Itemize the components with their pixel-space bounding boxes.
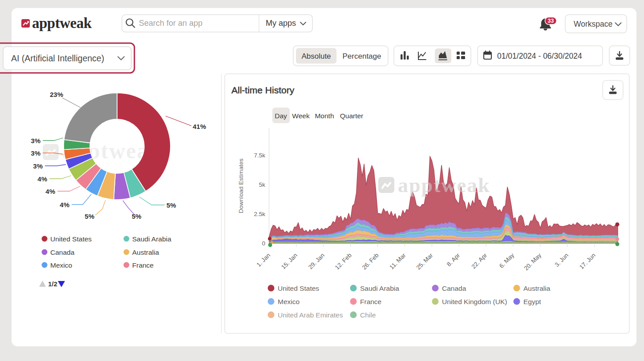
svg-text:7.5k: 7.5k [254,152,265,159]
svg-text:apptweak: apptweak [398,174,490,197]
svg-text:Percentage: Percentage [343,52,381,60]
svg-text:My apps: My apps [266,19,296,28]
svg-text:Canada: Canada [442,285,466,292]
svg-text:Absolute: Absolute [301,52,331,60]
svg-text:Egypt: Egypt [523,298,541,305]
svg-text:United Kingdom (UK): United Kingdom (UK) [442,298,507,305]
svg-text:Search for an app: Search for an app [139,19,203,28]
svg-text:Month: Month [315,112,334,120]
svg-text:4%: 4% [60,201,69,209]
svg-text:1/2: 1/2 [48,280,57,288]
svg-text:Mexico: Mexico [278,298,300,305]
svg-text:23%: 23% [50,91,63,98]
svg-text:All-time History: All-time History [231,85,295,95]
svg-text:Australia: Australia [132,249,159,256]
svg-text:5k: 5k [259,181,266,188]
svg-text:Saudi Arabia: Saudi Arabia [132,235,171,243]
svg-text:5%: 5% [85,213,94,220]
svg-text:Australia: Australia [523,285,551,292]
svg-text:France: France [360,298,381,305]
svg-text:Day: Day [275,112,287,120]
svg-text:Mexico: Mexico [50,261,72,269]
svg-text:3%: 3% [31,137,41,144]
svg-text:Chile: Chile [360,311,376,319]
svg-text:4%: 4% [45,188,55,195]
svg-text:Quarter: Quarter [340,112,364,120]
svg-text:5%: 5% [132,213,142,220]
svg-text:AI (Artificial Intelligence): AI (Artificial Intelligence) [11,53,104,63]
svg-text:01/01/2024 - 06/30/2024: 01/01/2024 - 06/30/2024 [497,52,582,60]
svg-text:4%: 4% [37,175,47,183]
svg-text:apptweak: apptweak [32,15,92,31]
svg-text:33: 33 [548,18,554,24]
svg-text:United Arab Emirates: United Arab Emirates [278,311,343,319]
svg-text:Week: Week [292,112,310,120]
svg-text:Saudi Arabia: Saudi Arabia [360,285,399,292]
svg-text:3%: 3% [33,162,43,170]
svg-text:41%: 41% [193,123,206,130]
svg-text:5%: 5% [166,201,176,209]
svg-text:United States: United States [50,235,92,243]
svg-text:2.5k: 2.5k [254,211,265,217]
svg-text:Download Estimates: Download Estimates [238,158,244,213]
svg-text:France: France [132,261,154,269]
svg-text:3%: 3% [31,149,41,157]
svg-text:0: 0 [262,240,265,247]
svg-text:Workspace: Workspace [574,20,612,28]
svg-text:Canada: Canada [50,249,75,256]
svg-text:United States: United States [278,285,319,292]
